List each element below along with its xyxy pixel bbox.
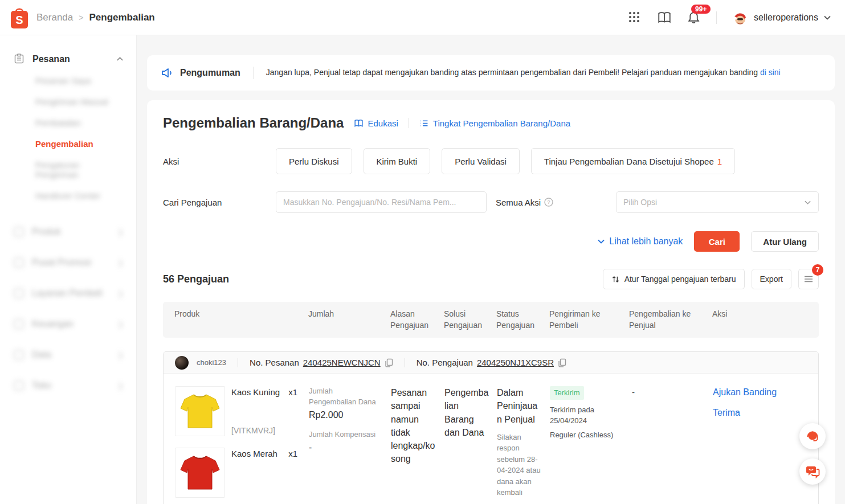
col-aksi: Aksi [712, 309, 819, 331]
compensation-value: - [309, 441, 382, 454]
divider [409, 118, 409, 128]
lihat-lebih-banyak-link[interactable]: Lihat lebih banyak [597, 236, 683, 247]
filter-settings-button[interactable]: 7 [798, 269, 819, 289]
status-cell: Dalam Peninjauan Penjual Silakan respon … [497, 386, 550, 498]
page-title: Pengembalian Barang/Dana [163, 115, 344, 131]
clipboard-icon [14, 54, 25, 64]
username: selleroperations [754, 13, 818, 23]
breadcrumb: Beranda > Pengembalian [36, 12, 155, 23]
returns-card: Pengembalian Barang/Dana Edukasi Tingkat… [147, 100, 835, 504]
col-alasan-pengajuan: Alasan Pengajuan [390, 309, 444, 331]
tingkat-label: Tingkat Pengembalian Barang/Dana [433, 118, 570, 128]
shopee-logo[interactable]: S [8, 5, 31, 30]
notification-badge: 99+ [691, 5, 711, 14]
sidebar-section-keuangan[interactable]: Keuangan ❯ [0, 309, 136, 339]
request-number-label: No. Pengajuan [417, 358, 473, 367]
sort-label: Atur Tanggal pengajuan terbaru [624, 274, 736, 284]
copy-icon[interactable] [385, 358, 393, 367]
chip-label: Perlu Validasi [455, 157, 507, 166]
col-produk: Produk [174, 309, 308, 331]
announcement-link[interactable]: di sini [760, 68, 781, 77]
svg-text:S: S [15, 14, 23, 26]
product-image-red-shirt[interactable] [175, 448, 225, 498]
search-input[interactable] [276, 191, 487, 213]
sidebar-section-label: Pusat Promosi [32, 257, 91, 268]
pilih-opsi-select[interactable]: Pilih Opsi [616, 191, 819, 213]
request-count: 56 Pengajuan [163, 273, 229, 285]
sidebar-item-pengaturan-pengiriman[interactable]: Pengaturan Pengiriman [0, 154, 136, 185]
sidebar-group-pesanan[interactable]: Pesanan [0, 54, 136, 64]
col-jumlah: Jumlah [308, 309, 390, 331]
announcement-banner: Pengumuman Jangan lupa, Penjual tetap da… [147, 55, 835, 91]
tinjau-pengembalian-button[interactable]: Tinjau Pengembalian Dana Disetujui Shope… [531, 148, 735, 174]
bell-icon[interactable]: 99+ [687, 10, 701, 25]
product-name: Kaos Merah [231, 448, 277, 460]
perlu-validasi-button[interactable]: Perlu Validasi [442, 148, 520, 174]
sidebar-item-pembatalan[interactable]: Pembatalan [0, 112, 136, 133]
sort-button[interactable]: Atur Tanggal pengajuan terbaru [603, 269, 745, 289]
announcement-message: Jangan lupa, Penjual tetap dapat mengaju… [266, 68, 758, 77]
perlu-diskusi-button[interactable]: Perlu Diskusi [276, 148, 352, 174]
chat-float-button[interactable] [799, 458, 826, 485]
headset-icon [805, 429, 820, 444]
sidebar-section-label: Layanan Pembeli [32, 288, 103, 298]
account-menu[interactable]: selleroperations [732, 9, 831, 26]
sidebar-item-handover-center[interactable]: Handover Center [0, 185, 136, 206]
section-icon [14, 319, 24, 329]
section-icon [14, 350, 24, 360]
sidebar-section-layanan-pembeli[interactable]: Layanan Pembeli ❯ [0, 278, 136, 309]
alasan-cell: Pesanan sampai namun tidak lengkap/koson… [391, 386, 444, 498]
return-request-row: choki123 No. Pesanan 240425NEWCNJCN No. … [163, 351, 819, 504]
edukasi-link[interactable]: Edukasi [354, 118, 398, 128]
request-number-value[interactable]: 2404250NJ1XC9SR [477, 358, 554, 367]
order-number-value[interactable]: 240425NEWCNJCN [303, 358, 381, 367]
product-qty: x1 [288, 448, 297, 460]
order-body: Kaos Kuning x1 [VITKMVRJ] [164, 374, 818, 504]
buyer-username[interactable]: choki123 [197, 358, 226, 367]
order-header: choki123 No. Pesanan 240425NEWCNJCN No. … [164, 352, 818, 374]
section-icon [14, 288, 24, 298]
sidebar-section-produk[interactable]: Produk ❯ [0, 216, 136, 247]
edukasi-label: Edukasi [368, 118, 398, 128]
tingkat-pengembalian-link[interactable]: Tingkat Pengembalian Barang/Dana [419, 118, 570, 128]
list-icon [419, 118, 429, 128]
book-icon[interactable] [657, 10, 672, 25]
shipping-method: Reguler (Cashless) [550, 430, 630, 440]
cari-button[interactable]: Cari [694, 231, 740, 252]
copy-icon[interactable] [558, 358, 566, 367]
product-item: Kaos Merah x1 [175, 448, 309, 498]
sidebar-item-pesanan-saya[interactable]: Pesanan Saya [0, 70, 136, 91]
sidebar-section-label: Produk [32, 227, 61, 237]
help-icon[interactable]: ? [544, 198, 553, 207]
sidebar-group-label: Pesanan [32, 54, 70, 64]
buyer-avatar[interactable] [175, 356, 189, 370]
chevron-right-icon: ❯ [117, 382, 124, 390]
book-icon [354, 118, 364, 128]
sidebar-section-pusat-promosi[interactable]: Pusat Promosi ❯ [0, 247, 136, 278]
product-image-yellow-shirt[interactable] [175, 386, 225, 436]
chip-label: Kirim Bukti [377, 157, 418, 166]
export-button[interactable]: Export [752, 269, 791, 289]
announcement-text: Jangan lupa, Penjual tetap dapat mengaju… [254, 67, 781, 79]
support-float-button[interactable] [799, 423, 826, 449]
shipping-status-badge: Terkirim [550, 386, 584, 400]
breadcrumb-home[interactable]: Beranda [36, 12, 73, 23]
order-number: No. Pesanan 240425NEWCNJCN [250, 358, 393, 367]
atur-ulang-button[interactable]: Atur Ulang [751, 231, 819, 252]
breadcrumb-current: Pengembalian [89, 12, 154, 23]
chevron-down-icon [823, 14, 831, 22]
section-icon [14, 380, 24, 391]
terima-link[interactable]: Terima [713, 407, 818, 419]
chevron-down-icon [597, 237, 605, 245]
product-name: Kaos Kuning [231, 386, 280, 398]
col-solusi-pengajuan: Solusi Pengajuan [444, 309, 496, 331]
sidebar-section-data[interactable]: Data ❯ [0, 339, 136, 370]
apps-grid-icon[interactable] [627, 10, 642, 25]
sidebar-item-pengembalian[interactable]: Pengembalian [0, 133, 136, 154]
sidebar-item-pengiriman-massal[interactable]: Pengiriman Massal [0, 91, 136, 112]
sidebar-section-toko[interactable]: Toko ❯ [0, 370, 136, 401]
ajukan-banding-link[interactable]: Ajukan Banding [713, 386, 818, 399]
semua-aksi-text: Semua Aksi [496, 198, 541, 207]
kirim-bukti-button[interactable]: Kirim Bukti [364, 148, 431, 174]
pengiriman-cell: Terkirim Terkirim pada 25/04/2024 Regule… [550, 386, 630, 498]
